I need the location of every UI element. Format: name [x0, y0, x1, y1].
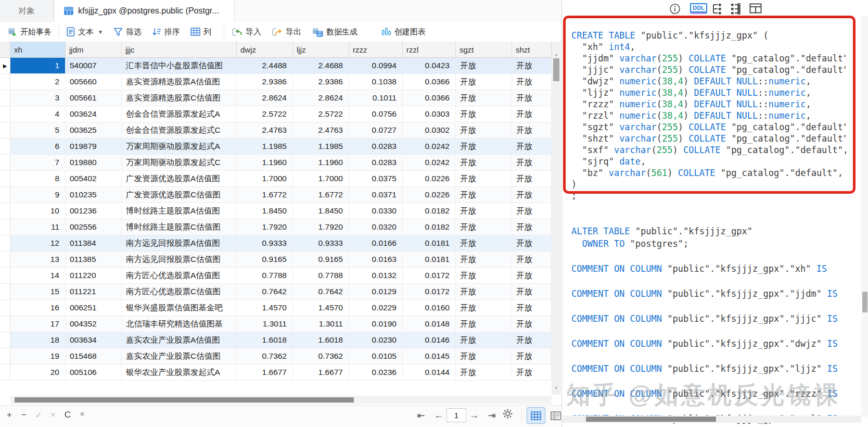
cell-ljjz[interactable]: 1.4570 [293, 300, 349, 316]
refresh-button[interactable]: C [61, 410, 74, 420]
cell-shzt[interactable]: 开放 [512, 74, 552, 90]
cell-shzt[interactable]: 开放 [512, 235, 552, 251]
cell-jjdm[interactable]: 019879 [66, 139, 122, 154]
cell-xh[interactable]: 10 [10, 203, 66, 219]
cell-rzzz[interactable]: 0.0105 [349, 348, 403, 364]
cell-sgzt[interactable]: 开放 [456, 268, 512, 283]
cell-shzt[interactable]: 开放 [512, 155, 552, 170]
tab-objects[interactable]: 对象 [0, 0, 54, 22]
cell-dwjz[interactable]: 0.9165 [237, 252, 293, 267]
cell-dwjz[interactable]: 0.7362 [237, 348, 293, 364]
cell-jjdm[interactable]: 005402 [66, 171, 122, 186]
cell-rzzl[interactable]: 0.0181 [403, 252, 456, 267]
cell-jjdm[interactable]: 011221 [66, 284, 122, 299]
row-gutter[interactable] [0, 348, 10, 364]
grid-vscroll-thumb[interactable] [553, 58, 559, 81]
cell-dwjz[interactable]: 1.1960 [237, 155, 293, 170]
cell-xh[interactable]: 17 [10, 316, 66, 332]
cell-shzt[interactable]: 开放 [512, 268, 552, 283]
cell-shzt[interactable]: 开放 [512, 300, 552, 316]
cell-rzzl[interactable]: 0.0181 [403, 235, 456, 251]
cell-shzt[interactable]: 开放 [512, 139, 552, 154]
cell-shzt[interactable]: 开放 [512, 187, 552, 203]
cell-shzt[interactable]: 开放 [512, 284, 552, 299]
text-view-button[interactable]: 文本 ▼ [61, 24, 108, 40]
cell-ljjz[interactable]: 0.7642 [293, 284, 349, 299]
grid-view-toggle[interactable] [527, 407, 545, 424]
row-gutter[interactable] [0, 332, 10, 348]
cell-jjdm[interactable]: 010235 [66, 187, 122, 203]
cell-dwjz[interactable]: 1.7920 [237, 219, 293, 235]
cell-jjdm[interactable]: 019880 [66, 155, 122, 170]
export-button[interactable]: 导出 [266, 24, 307, 40]
ddl-create-table-sql[interactable]: CREATE TABLE "public"."kfsjjjz_gpx" ( "x… [571, 30, 846, 202]
cell-sgzt[interactable]: 开放 [456, 300, 512, 316]
cell-jjjc[interactable]: 广发资源优选股票A估值图 [122, 171, 237, 186]
delete-record-button[interactable]: − [18, 410, 30, 420]
grid-corner-cell[interactable] [0, 42, 10, 57]
data-generation-button[interactable]: 101ABC 数据生成 [307, 24, 363, 40]
cell-jjdm[interactable]: 003634 [66, 332, 122, 348]
cell-shzt[interactable]: 开放 [512, 365, 552, 380]
cell-xh[interactable]: 7 [10, 155, 66, 170]
cell-sgzt[interactable]: 开放 [456, 219, 512, 235]
cell-xh[interactable]: 8 [10, 171, 66, 186]
cell-jjdm[interactable]: 011220 [66, 268, 122, 283]
cell-jjdm[interactable]: 005106 [66, 365, 122, 380]
cell-shzt[interactable]: 开放 [512, 252, 552, 267]
scroll-up-icon[interactable]: ▲ [552, 52, 561, 57]
column-header-xh[interactable]: xh [10, 42, 66, 57]
cell-rzzl[interactable]: 0.0242 [403, 155, 456, 170]
panel-vscroll-thumb[interactable] [862, 292, 867, 312]
cell-rzzl[interactable]: 0.0226 [403, 187, 456, 203]
cell-sgzt[interactable]: 开放 [456, 155, 512, 170]
cell-sgzt[interactable]: 开放 [456, 203, 512, 219]
cell-jjjc[interactable]: 南方匠心优选股票A估值图 [122, 268, 237, 283]
cell-dwjz[interactable]: 1.1985 [237, 139, 293, 154]
cell-shzt[interactable]: 开放 [512, 332, 552, 348]
cell-ljjz[interactable]: 1.7920 [293, 219, 349, 235]
panel-horizontal-scrollbar[interactable] [562, 416, 861, 423]
cell-shzt[interactable]: 开放 [512, 316, 552, 332]
cell-shzt[interactable]: 开放 [512, 171, 552, 186]
cell-ljjz[interactable]: 0.9333 [293, 235, 349, 251]
cell-rzzz[interactable]: 0.0129 [349, 284, 403, 299]
cell-rzzz[interactable]: 0.0330 [349, 203, 403, 219]
cell-jjjc[interactable]: 北信瑞丰研究精选估值图基 [122, 316, 237, 332]
row-gutter[interactable] [0, 316, 10, 332]
cell-ljjz[interactable]: 2.8624 [293, 90, 349, 106]
cell-xh[interactable]: 20 [10, 365, 66, 380]
cell-shzt[interactable]: 开放 [512, 90, 552, 106]
cell-jjdm[interactable]: 005661 [66, 90, 122, 106]
cell-sgzt[interactable]: 开放 [456, 90, 512, 106]
cell-jjjc[interactable]: 嘉实农业产业股票A估值图 [122, 332, 237, 348]
cell-dwjz[interactable]: 1.6018 [237, 332, 293, 348]
cell-jjdm[interactable]: 005660 [66, 74, 122, 90]
cell-rzzl[interactable]: 0.0146 [403, 332, 456, 348]
row-gutter[interactable] [0, 219, 10, 235]
cell-jjjc[interactable]: 嘉实资源精选股票A估值图 [122, 74, 237, 90]
cell-rzzl[interactable]: 0.0366 [403, 90, 456, 106]
grid-vertical-scrollbar[interactable]: ▲ ▼ [552, 42, 561, 395]
cell-rzzl[interactable]: 0.0144 [403, 365, 456, 380]
cell-sgzt[interactable]: 开放 [456, 58, 512, 73]
cell-ljjz[interactable]: 1.6772 [293, 187, 349, 203]
ddl-tab-button[interactable]: DDL [690, 3, 707, 12]
cell-ljjz[interactable]: 2.4688 [293, 58, 349, 73]
cell-sgzt[interactable]: 开放 [456, 122, 512, 138]
cell-jjjc[interactable]: 博时丝路主题股票C估值图 [122, 219, 237, 235]
cell-ljjz[interactable]: 1.7000 [293, 171, 349, 186]
cell-shzt[interactable]: 开放 [512, 203, 552, 219]
cell-ljjz[interactable]: 1.6018 [293, 332, 349, 348]
import-button[interactable]: 导入 [226, 24, 266, 40]
cell-sgzt[interactable]: 开放 [456, 171, 512, 186]
column-header-rzzl[interactable]: rzzl [403, 42, 456, 57]
cell-jjdm[interactable]: 001236 [66, 203, 122, 219]
cell-xh[interactable]: 13 [10, 252, 66, 267]
cell-jjdm[interactable]: 003624 [66, 106, 122, 122]
cell-ljjz[interactable]: 2.4763 [293, 122, 349, 138]
cell-ljjz[interactable]: 1.1985 [293, 139, 349, 154]
sort-button[interactable]: 排序 [147, 24, 185, 40]
columns-button[interactable]: 列 [185, 24, 216, 40]
preview-window-icon[interactable] [749, 3, 762, 14]
